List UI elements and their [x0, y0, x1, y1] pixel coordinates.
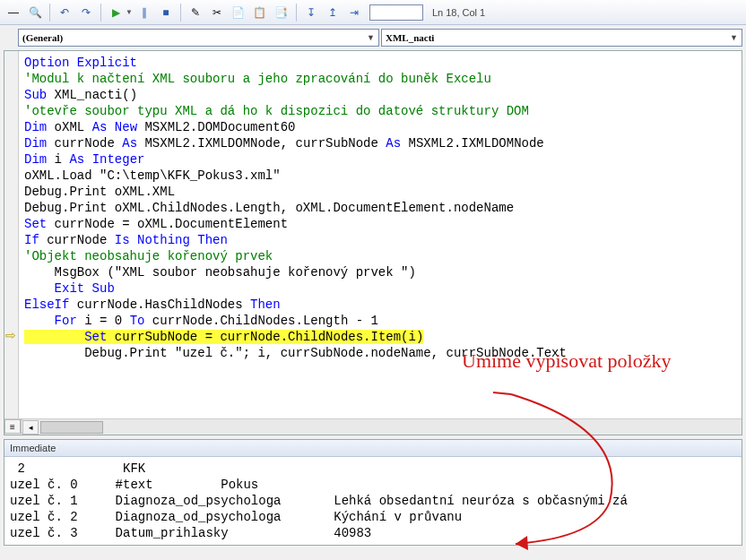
- code-line: Debug.Print oXML.XML: [24, 184, 742, 200]
- code-line: Dim i As Integer: [24, 151, 742, 168]
- scrollbar-thumb[interactable]: [40, 421, 103, 434]
- code-line: 'Modul k načtení XML souboru a jeho zpra…: [24, 71, 742, 87]
- chevron-down-icon: ▼: [367, 33, 375, 42]
- code-text-area[interactable]: Option Explicit'Modul k načtení XML soub…: [19, 51, 742, 435]
- code-line: Sub XML_nacti(): [24, 87, 742, 103]
- edit-tool-2-icon[interactable]: ✂: [207, 3, 227, 22]
- immediate-window: Immediate 2 KFK uzel č. 0 #text Pokus uz…: [4, 439, 742, 546]
- code-editor: ⇨ Option Explicit'Modul k načtení XML so…: [4, 50, 742, 435]
- horizontal-scrollbar[interactable]: ◂: [22, 418, 742, 435]
- step-out-icon[interactable]: ⇥: [344, 3, 364, 22]
- code-line: 'Objekt neobsahuje kořenový prvek: [24, 248, 742, 264]
- code-line: Dim oXML As New MSXML2.DOMDocument60: [24, 119, 742, 135]
- step-over-icon[interactable]: ↥: [323, 3, 343, 22]
- code-line: MsgBox ("XML soubor neobsahuje kořenový …: [24, 264, 742, 280]
- run-dropdown-icon[interactable]: ▼: [126, 8, 133, 16]
- find-icon[interactable]: 🔍: [25, 3, 45, 22]
- code-line: oXML.Load "C:\temp\KFK_Pokus3.xml": [24, 168, 742, 184]
- code-line: Option Explicit: [24, 55, 742, 71]
- code-line: Debug.Print "uzel č."; i, currSubNode.no…: [24, 345, 742, 361]
- full-module-view-icon[interactable]: ≡: [4, 419, 21, 434]
- chevron-down-icon: ▼: [730, 33, 738, 42]
- stop-icon[interactable]: ■: [156, 3, 176, 22]
- redo-icon[interactable]: ↷: [76, 3, 96, 22]
- undo-icon[interactable]: ↶: [55, 3, 74, 22]
- edit-tool-1-icon[interactable]: ✎: [186, 3, 205, 22]
- code-line: If currNode Is Nothing Then: [24, 232, 742, 248]
- code-line: ElseIf currNode.HasChildNodes Then: [24, 297, 742, 313]
- code-line: 'otevře soubor typu XML a dá ho k dispoz…: [24, 103, 742, 119]
- tool-dash-icon[interactable]: —: [4, 3, 23, 22]
- edit-tool-4-icon[interactable]: 📋: [250, 3, 270, 22]
- code-line: For i = 0 To currNode.ChildNodes.Length …: [24, 313, 742, 329]
- code-line: Exit Sub: [24, 280, 742, 297]
- edit-tool-3-icon[interactable]: 📄: [229, 3, 248, 22]
- break-line-input[interactable]: [369, 4, 423, 21]
- pause-icon[interactable]: ∥: [134, 3, 154, 22]
- execution-pointer-icon: ⇨: [5, 329, 18, 341]
- object-selector[interactable]: (General)▼: [18, 29, 379, 47]
- immediate-title: Immediate: [4, 440, 742, 457]
- procedure-selector[interactable]: XML_nacti▼: [381, 29, 742, 47]
- edit-tool-5-icon[interactable]: 📑: [272, 3, 291, 22]
- code-line: Debug.Print oXML.ChildNodes.Length, oXML…: [24, 200, 742, 216]
- run-icon[interactable]: ▶: [106, 3, 126, 22]
- code-line: Set currNode = oXML.DocumentElement: [24, 216, 742, 232]
- cursor-position: Ln 18, Col 1: [432, 7, 485, 18]
- toolbar: — 🔍 ↶ ↷ ▶ ▼ ∥ ■ ✎ ✂ 📄 📋 📑 ↧ ↥ ⇥ Ln 18, C…: [0, 0, 746, 25]
- code-line: Dim currNode As MSXML2.IXMLDOMNode, curr…: [24, 135, 742, 151]
- gutter[interactable]: ⇨: [4, 51, 19, 435]
- step-into-icon[interactable]: ↧: [301, 3, 321, 22]
- scroll-left-icon[interactable]: ◂: [22, 420, 39, 435]
- immediate-content[interactable]: 2 KFK uzel č. 0 #text Pokus uzel č. 1 Di…: [4, 457, 742, 545]
- code-line: Set currSubNode = currNode.ChildNodes.It…: [24, 329, 742, 345]
- object-proc-selectors: (General)▼ XML_nacti▼: [0, 25, 746, 50]
